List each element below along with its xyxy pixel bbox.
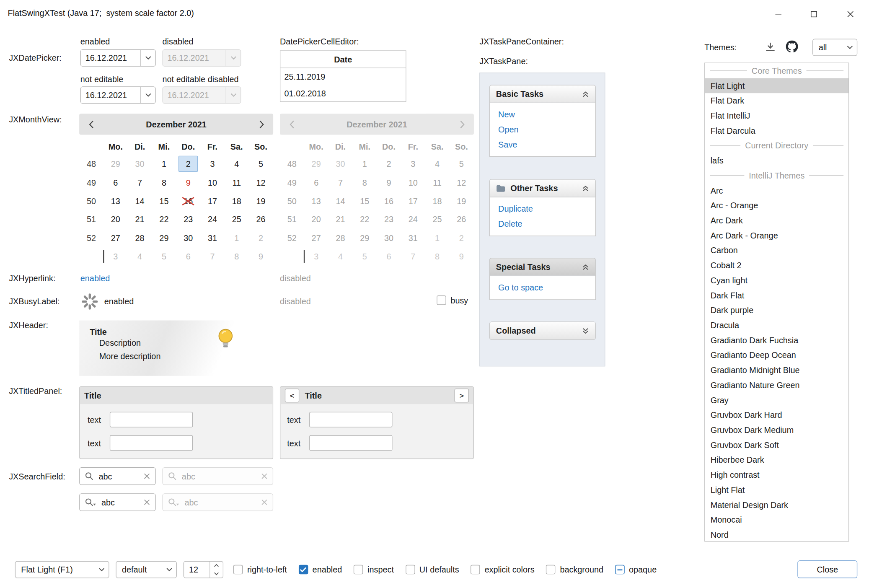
datepicker-not-editable[interactable]: 16.12.2021 (80, 86, 156, 104)
background-checkbox[interactable]: background (546, 565, 603, 574)
text-field[interactable] (309, 435, 392, 451)
theme-item-gray[interactable]: Gray (705, 392, 848, 407)
day-cell[interactable]: 9 (249, 247, 273, 266)
themes-filter-combo[interactable]: all (812, 39, 857, 56)
theme-item-gradianto-nature-green[interactable]: Gradianto Nature Green (705, 378, 848, 393)
day-cell[interactable]: 28 (128, 229, 152, 247)
clear-icon[interactable] (144, 499, 150, 505)
checkbox-box[interactable] (546, 565, 555, 574)
task-link-new[interactable]: New (498, 109, 587, 120)
theme-item-gruvbox-dark-soft[interactable]: Gruvbox Dark Soft (705, 438, 848, 453)
font-combo-value[interactable]: default (122, 565, 162, 574)
theme-item-monocai[interactable]: Monocai (705, 512, 848, 527)
day-cell[interactable]: 18 (225, 192, 249, 210)
search-input[interactable]: abc (98, 471, 138, 481)
table-row[interactable]: 25.11.2019 (280, 68, 406, 85)
day-cell[interactable]: 1 (152, 155, 176, 173)
checkbox-box[interactable] (615, 565, 624, 574)
theme-item-high-contrast[interactable]: High contrast (705, 467, 848, 482)
chevron-down-icon[interactable] (843, 45, 857, 49)
day-cell[interactable]: 4 (128, 247, 152, 266)
task-link-save[interactable]: Save (498, 139, 587, 150)
checkbox-box[interactable] (471, 565, 480, 574)
chevron-down-icon[interactable] (162, 567, 176, 571)
theme-item-lafs[interactable]: lafs (705, 153, 848, 168)
theme-item-gradianto-midnight-blue[interactable]: Gradianto Midnight Blue (705, 363, 848, 378)
day-cell[interactable]: 25 (225, 210, 249, 229)
theme-item-arc-dark-orange[interactable]: Arc Dark - Orange (705, 228, 848, 243)
ui-defaults-checkbox[interactable]: UI defaults (406, 565, 459, 574)
font-combo[interactable]: default (116, 561, 176, 578)
expand-icon[interactable] (582, 327, 589, 334)
day-cell[interactable]: 2 (249, 229, 273, 247)
chevron-down-icon[interactable] (140, 87, 155, 103)
clear-icon[interactable] (144, 473, 150, 479)
nav-left-button[interactable]: < (285, 389, 299, 402)
right-to-left-checkbox[interactable]: right-to-left (233, 565, 287, 574)
day-cell[interactable]: 3 (103, 247, 128, 266)
next-month-icon[interactable] (250, 120, 274, 128)
day-cell[interactable]: 22 (152, 210, 176, 229)
search-field-enabled[interactable]: abc (79, 467, 156, 485)
theme-item-gruvbox-dark-hard[interactable]: Gruvbox Dark Hard (705, 407, 848, 422)
font-size-value[interactable]: 12 (184, 562, 209, 578)
taskpane-header[interactable]: Basic Tasks (489, 85, 596, 103)
day-cell[interactable]: 24 (200, 210, 225, 229)
theme-item-gradianto-deep-ocean[interactable]: Gradianto Deep Ocean (705, 347, 848, 363)
day-cell[interactable]: 3 (200, 155, 225, 173)
search-input[interactable]: abc (101, 497, 139, 507)
day-cell[interactable]: 6 (103, 173, 128, 192)
text-field[interactable] (309, 412, 392, 427)
datepicker-enabled[interactable]: 16.12.2021 (80, 49, 156, 67)
theme-item-light-flat[interactable]: Light Flat (705, 482, 848, 497)
collapse-icon[interactable] (582, 91, 589, 97)
checkbox-box[interactable] (406, 565, 415, 574)
checkbox-box[interactable] (233, 565, 243, 574)
day-cell[interactable]: 31 (200, 229, 225, 247)
taskpane-header[interactable]: Collapsed (489, 321, 596, 340)
task-link-delete[interactable]: Delete (498, 218, 587, 229)
day-cell[interactable]: 27 (103, 229, 128, 247)
close-window-button[interactable] (831, 0, 869, 28)
close-button[interactable]: Close (797, 560, 857, 578)
table-row[interactable]: 01.02.2018 (280, 85, 406, 101)
text-field[interactable] (110, 412, 193, 427)
task-link-open[interactable]: Open (498, 124, 587, 135)
theme-item-material-design-dark[interactable]: Material Design Dark (705, 497, 848, 512)
datepicker-value[interactable]: 16.12.2021 (81, 50, 140, 66)
day-cell[interactable]: 17 (200, 192, 225, 210)
theme-item-hiberbee-dark[interactable]: Hiberbee Dark (705, 452, 848, 467)
monthview-enabled[interactable]: Dezember 2021Mo.Di.Mi.Do.Fr.Sa.So.482930… (79, 114, 273, 266)
font-size-spinner[interactable]: 12 (184, 561, 223, 578)
day-cell[interactable]: 5 (152, 247, 176, 266)
theme-item-gradianto-dark-fuchsia[interactable]: Gradianto Dark Fuchsia (705, 333, 848, 348)
task-link-duplicate[interactable]: Duplicate (498, 203, 587, 214)
maximize-button[interactable] (796, 0, 831, 28)
checkbox-box[interactable] (299, 565, 308, 574)
day-cell[interactable]: 8 (152, 173, 176, 192)
day-cell[interactable]: 9 (176, 173, 200, 192)
datepicker-value[interactable]: 16.12.2021 (81, 87, 140, 103)
theme-item-dark-purple[interactable]: Dark purple (705, 303, 848, 318)
opaque-checkbox[interactable]: opaque (615, 565, 657, 574)
day-cell[interactable]: 10 (200, 173, 225, 192)
chevron-down-icon[interactable] (94, 567, 109, 571)
theme-item-gruvbox-dark-medium[interactable]: Gruvbox Dark Medium (705, 422, 848, 438)
day-cell[interactable]: 13 (103, 192, 128, 210)
day-cell[interactable]: 30 (176, 229, 200, 247)
collapse-icon[interactable] (582, 185, 589, 192)
spinner-up-icon[interactable] (210, 562, 222, 570)
minimize-button[interactable] (760, 0, 796, 28)
theme-item-dark-flat[interactable]: Dark Flat (705, 288, 848, 303)
theme-item-flat-dark[interactable]: Flat Dark (705, 93, 848, 108)
day-cell[interactable]: 29 (152, 229, 176, 247)
theme-item-cobalt-2[interactable]: Cobalt 2 (705, 258, 848, 273)
theme-item-arc-dark[interactable]: Arc Dark (705, 213, 848, 228)
themes-list[interactable]: Core ThemesFlat LightFlat DarkFlat Intel… (704, 62, 849, 541)
search-menu-icon[interactable] (85, 498, 96, 507)
nav-right-button[interactable]: > (455, 389, 469, 402)
day-cell[interactable]: 7 (128, 173, 152, 192)
day-cell[interactable]: 2 (176, 155, 200, 173)
github-icon[interactable] (786, 41, 798, 53)
day-cell[interactable]: 12 (249, 173, 273, 192)
